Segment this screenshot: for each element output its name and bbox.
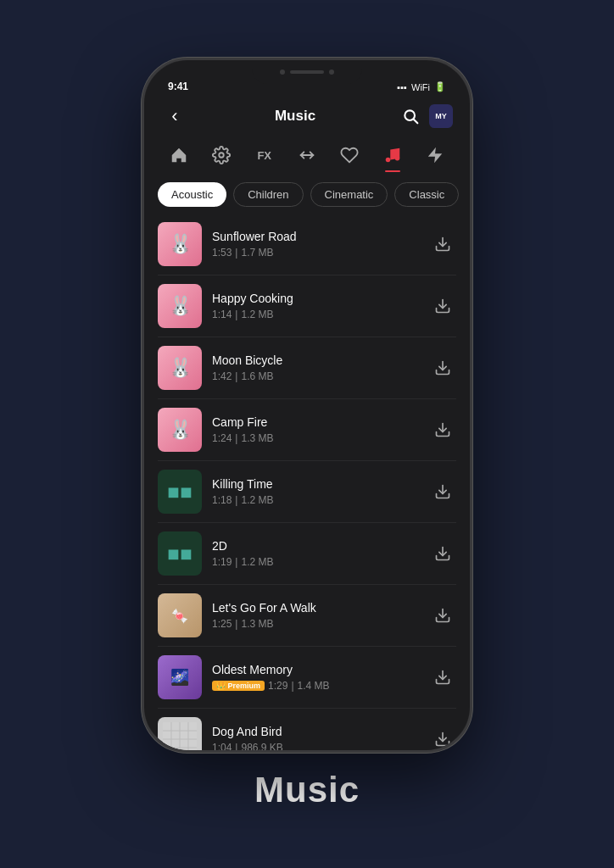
track-name: Moon Bicycle bbox=[212, 353, 419, 367]
track-item[interactable]: ◼◼ 2D 1:19|1.2 MB bbox=[158, 523, 456, 585]
track-thumbnail: 🐰 bbox=[158, 346, 202, 390]
tab-cinematic[interactable]: Cinematic bbox=[310, 182, 388, 207]
track-thumbnail: 🐰 bbox=[158, 284, 202, 328]
screen: 9:41 ▪▪▪ WiFi 🔋 ‹ Music MY bbox=[144, 60, 470, 750]
track-meta: 👑 Premium 1:29|1.4 MB bbox=[212, 680, 419, 692]
download-button[interactable] bbox=[429, 726, 456, 750]
notch-dot-right bbox=[329, 70, 334, 75]
tab-classic[interactable]: Classic bbox=[394, 182, 459, 207]
track-name: Sunflower Road bbox=[212, 230, 419, 243]
track-meta: 1:18|1.2 MB bbox=[212, 494, 419, 506]
track-item[interactable]: Dog And Bird 1:04|986.9 KB bbox=[158, 709, 456, 750]
track-name: Camp Fire bbox=[212, 415, 419, 429]
track-info: Camp Fire 1:24|1.3 MB bbox=[212, 415, 419, 444]
download-button[interactable] bbox=[429, 231, 456, 258]
notch-dot-left bbox=[280, 70, 285, 75]
settings-nav-icon[interactable] bbox=[206, 140, 237, 170]
download-button[interactable] bbox=[429, 664, 456, 691]
track-meta: 1:53|1.7 MB bbox=[212, 247, 419, 259]
signal-icon: ▪▪▪ bbox=[397, 82, 407, 92]
track-thumbnail: ◼◼ bbox=[158, 470, 202, 514]
track-meta: 1:24|1.3 MB bbox=[212, 432, 419, 444]
trim-nav-icon[interactable] bbox=[292, 140, 322, 170]
track-thumbnail: 🍬 bbox=[158, 593, 202, 637]
download-button[interactable] bbox=[429, 540, 456, 567]
svg-point-5 bbox=[394, 156, 399, 161]
home-nav-icon[interactable] bbox=[164, 140, 194, 170]
download-button[interactable] bbox=[429, 478, 456, 505]
music-nav-icon[interactable] bbox=[377, 140, 408, 170]
track-info: Killing Time 1:18|1.2 MB bbox=[212, 477, 419, 506]
track-meta: 1:42|1.6 MB bbox=[212, 370, 419, 382]
header-actions: MY bbox=[402, 104, 453, 128]
header: ‹ Music MY bbox=[144, 97, 470, 135]
track-name: Oldest Memory bbox=[212, 663, 419, 676]
app-title: Music bbox=[254, 770, 360, 810]
track-name: Let's Go For A Walk bbox=[212, 601, 419, 615]
header-title: Music bbox=[275, 108, 315, 125]
track-item[interactable]: 🍬 Let's Go For A Walk 1:25|1.3 MB bbox=[158, 585, 456, 647]
status-icons: ▪▪▪ WiFi 🔋 bbox=[397, 81, 446, 92]
svg-point-2 bbox=[220, 153, 225, 158]
track-list: 🐰 Sunflower Road 1:53|1.7 MB bbox=[144, 214, 470, 750]
track-item[interactable]: 🐰 Happy Cooking 1:14|1.2 MB bbox=[158, 275, 456, 337]
avatar[interactable]: MY bbox=[429, 104, 453, 128]
notch-bar bbox=[290, 70, 324, 74]
download-button[interactable] bbox=[429, 602, 456, 629]
wifi-icon: WiFi bbox=[411, 82, 430, 92]
track-item[interactable]: 🐰 Camp Fire 1:24|1.3 MB bbox=[158, 399, 456, 461]
track-info: Sunflower Road 1:53|1.7 MB bbox=[212, 230, 419, 259]
track-thumbnail: 🐰 bbox=[158, 222, 202, 266]
track-thumbnail: ◼◼ bbox=[158, 531, 202, 576]
track-info: Let's Go For A Walk 1:25|1.3 MB bbox=[212, 601, 419, 630]
track-item[interactable]: ◼◼ Killing Time 1:18|1.2 MB bbox=[158, 461, 456, 523]
nav-icons: FX bbox=[144, 135, 470, 175]
track-thumbnail bbox=[158, 717, 202, 750]
track-meta: 1:14|1.2 MB bbox=[212, 309, 419, 320]
track-thumbnail: 🐰 bbox=[158, 408, 202, 452]
track-meta: 1:19|1.2 MB bbox=[212, 556, 419, 568]
download-button[interactable] bbox=[429, 416, 456, 443]
track-item[interactable]: 🌌 Oldest Memory 👑 Premium 1:29|1.4 MB bbox=[158, 647, 456, 709]
track-info: Oldest Memory 👑 Premium 1:29|1.4 MB bbox=[212, 663, 419, 692]
back-button[interactable]: ‹ bbox=[161, 105, 188, 127]
notch bbox=[252, 60, 362, 84]
track-meta: 1:25|1.3 MB bbox=[212, 618, 419, 630]
download-button[interactable] bbox=[429, 354, 456, 381]
svg-line-1 bbox=[414, 120, 418, 124]
lightning-nav-icon[interactable] bbox=[420, 140, 450, 170]
track-info: Moon Bicycle 1:42|1.6 MB bbox=[212, 353, 419, 382]
phone-shell: 9:41 ▪▪▪ WiFi 🔋 ‹ Music MY bbox=[142, 58, 472, 753]
tab-children[interactable]: Children bbox=[233, 182, 303, 207]
track-meta: 1:04|986.9 KB bbox=[212, 742, 419, 750]
track-info: Happy Cooking 1:14|1.2 MB bbox=[212, 292, 419, 320]
track-info: 2D 1:19|1.2 MB bbox=[212, 539, 419, 568]
search-button[interactable] bbox=[402, 108, 419, 125]
premium-badge: 👑 Premium bbox=[212, 681, 265, 691]
tab-acoustic[interactable]: Acoustic bbox=[158, 182, 226, 207]
track-name: Happy Cooking bbox=[212, 292, 419, 305]
track-name: 2D bbox=[212, 539, 419, 553]
track-name: Killing Time bbox=[212, 477, 419, 491]
track-name: Dog And Bird bbox=[212, 725, 419, 738]
track-info: Dog And Bird 1:04|986.9 KB bbox=[212, 725, 419, 750]
category-tabs: Acoustic Children Cinematic Classic bbox=[144, 175, 470, 214]
track-thumbnail: 🌌 bbox=[158, 655, 202, 699]
svg-point-4 bbox=[385, 158, 390, 163]
status-time: 9:41 bbox=[168, 81, 188, 92]
heart-nav-icon[interactable] bbox=[334, 140, 365, 170]
track-item[interactable]: 🐰 Moon Bicycle 1:42|1.6 MB bbox=[158, 337, 456, 399]
download-button[interactable] bbox=[429, 292, 456, 320]
track-item[interactable]: 🐰 Sunflower Road 1:53|1.7 MB bbox=[158, 214, 456, 275]
svg-marker-6 bbox=[428, 147, 443, 163]
fx-nav-icon[interactable]: FX bbox=[249, 140, 280, 170]
battery-icon: 🔋 bbox=[434, 81, 446, 92]
